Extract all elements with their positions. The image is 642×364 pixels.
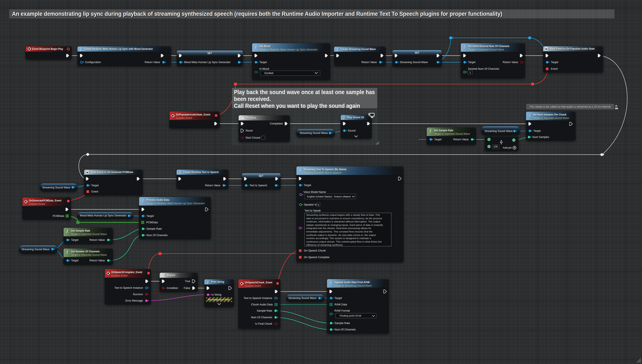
svg-text:f: f bbox=[529, 113, 531, 117]
svg-text:f: f bbox=[464, 44, 465, 48]
svg-text:f: f bbox=[80, 47, 82, 51]
svg-text:f: f bbox=[255, 44, 257, 48]
svg-text:f: f bbox=[337, 47, 338, 51]
svg-text:f: f bbox=[142, 198, 144, 202]
svg-text:f: f bbox=[430, 129, 431, 133]
svg-text:f: f bbox=[343, 116, 345, 120]
svg-text:f: f bbox=[67, 229, 68, 233]
svg-text:f: f bbox=[330, 280, 332, 284]
svg-text:1: 1 bbox=[241, 116, 242, 118]
svg-text:f: f bbox=[67, 250, 68, 254]
svg-text:f: f bbox=[179, 170, 181, 174]
svg-text:f: f bbox=[207, 280, 209, 284]
svg-text:f: f bbox=[299, 168, 301, 172]
